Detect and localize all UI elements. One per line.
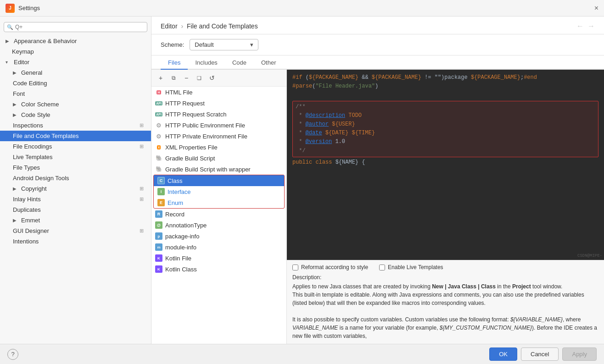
file-toolbar: + ⧉ − ❏ ↺ [151,70,286,87]
list-item[interactable]: H HTML File [151,87,286,98]
sidebar-item-code-style[interactable]: ▶ Code Style [0,110,151,120]
list-item[interactable]: R Record [151,209,286,220]
kotlin-icon: K [155,254,162,262]
chevron-right-icon: ▶ [13,112,19,117]
sidebar-item-gui-designer[interactable]: GUI Designer ⊞ [0,226,151,236]
tabs-bar: Files Includes Code Other [151,55,604,70]
remove-template-button[interactable]: − [181,72,192,83]
file-item-label: HTTP Request Scratch [165,111,226,118]
list-item[interactable]: C Class [154,175,284,186]
apply-button[interactable]: Apply [562,347,597,361]
sidebar-item-live-templates[interactable]: Live Templates [0,152,151,162]
list-item[interactable]: @ AnnotationType [151,220,286,231]
list-item[interactable]: K Kotlin File [151,253,286,264]
code-line: public class ${NAME} { [292,158,598,167]
sidebar-item-label: Emmet [21,217,40,224]
sidebar-search[interactable]: 🔍 [4,22,147,32]
help-button[interactable]: ? [7,349,18,360]
tab-includes[interactable]: Includes [188,55,224,70]
sidebar-item-label: Code Style [21,111,50,118]
search-input[interactable] [15,24,144,30]
code-bottom: Reformat according to style Enable Live … [287,260,604,344]
tab-code[interactable]: Code [225,55,254,70]
right-panel: Editor › File and Code Templates ← → Sch… [151,17,604,344]
file-item-label: AnnotationType [165,222,207,229]
sidebar-item-label: Code Editing [13,80,47,87]
reset-template-button[interactable]: ↺ [207,72,218,83]
panel-body: + ⧉ − ❏ ↺ H HTML File API HTTP Request [151,70,604,344]
code-line: * @description TODO [296,111,595,120]
copy-template-button[interactable]: ⧉ [168,72,179,83]
sidebar-item-duplicates[interactable]: Duplicates [0,204,151,215]
sidebar-item-color-scheme[interactable]: ▶ Color Scheme [0,99,151,110]
list-item[interactable]: 🐘 Gradle Build Script [151,153,286,164]
sidebar-item-code-editing[interactable]: Code Editing [0,78,151,88]
sidebar-item-copyright[interactable]: ▶ Copyright ⊞ [0,183,151,194]
sidebar-item-label: File Types [13,164,40,171]
list-item[interactable]: API HTTP Request [151,98,286,109]
list-item[interactable]: m module-info [151,242,286,253]
kotlin-class-icon: K [155,265,162,273]
code-editor[interactable]: #if (${PACKAGE_NAME} && ${PACKAGE_NAME} … [287,70,604,260]
code-line: #parse("File Header.java") [292,82,598,91]
tab-other[interactable]: Other [254,55,284,70]
sidebar-item-font[interactable]: Font [0,88,151,99]
enum-icon: E [157,199,165,206]
enable-live-templates-checkbox[interactable] [379,265,385,270]
duplicate-template-button[interactable]: ❏ [194,72,205,83]
file-item-label: HTTP Private Environment File [165,133,247,140]
code-line: * @date ${DATE} ${TIME} [296,129,595,138]
sidebar-item-file-encodings[interactable]: File Encodings ⊞ [0,141,151,152]
sidebar-item-label: Copyright [21,185,47,192]
sidebar-item-keymap[interactable]: Keymap [0,46,151,57]
sidebar-item-appearance[interactable]: ▶ Appearance & Behavior [0,36,151,46]
list-item[interactable]: ⚙ HTTP Public Environment File [151,120,286,131]
sidebar-item-label: GUI Designer [13,227,49,234]
chevron-right-icon: ▶ [6,39,12,44]
badge-icon: ⊞ [140,143,144,149]
chevron-right-icon: ▶ [13,186,19,191]
cancel-button[interactable]: Cancel [521,347,559,361]
nav-forward-button[interactable]: → [587,22,595,30]
sidebar-item-android-design-tools[interactable]: Android Design Tools [0,173,151,183]
env-icon: ⚙ [155,121,162,129]
list-item[interactable]: 🐘 Gradle Build Script with wrapper [151,164,286,175]
file-item-label: Gradle Build Script with wrapper [165,166,251,173]
sidebar-item-intentions[interactable]: Intentions [0,236,151,247]
sidebar-item-editor[interactable]: ▾ Editor [0,57,151,67]
module-icon: m [155,243,162,251]
sidebar-item-inlay-hints[interactable]: Inlay Hints ⊞ [0,194,151,204]
add-template-button[interactable]: + [155,72,166,83]
panel-header: Editor › File and Code Templates ← → [151,17,604,34]
tab-files[interactable]: Files [161,55,188,70]
scheme-dropdown[interactable]: Default ▾ [190,39,258,50]
sidebar-item-label: Android Design Tools [13,175,69,182]
sidebar-item-label: Color Scheme [21,101,59,108]
reformat-checkbox[interactable] [292,265,298,270]
list-item[interactable]: X XML Properties File [151,142,286,153]
list-item[interactable]: API HTTP Request Scratch [151,109,286,120]
code-panel: #if (${PACKAGE_NAME} && ${PACKAGE_NAME} … [287,70,604,344]
sidebar-item-file-types[interactable]: File Types [0,162,151,173]
nav-back-button[interactable]: ← [576,22,584,30]
close-button[interactable]: × [594,4,598,12]
list-item[interactable]: I Interface [154,186,284,197]
code-line [292,91,598,99]
reformat-checkbox-label[interactable]: Reformat according to style [292,264,368,270]
ok-button[interactable]: OK [489,347,517,361]
sidebar-item-inspections[interactable]: Inspections ⊞ [0,120,151,131]
list-item[interactable]: K Kotlin Class [151,264,286,275]
code-line: * @author ${USER} [296,120,595,129]
list-item[interactable]: p package-info [151,231,286,242]
list-item[interactable]: ⚙ HTTP Private Environment File [151,131,286,142]
sidebar-item-general[interactable]: ▶ General [0,67,151,78]
main-content: 🔍 ▶ Appearance & Behavior Keymap ▾ Edito… [0,17,604,344]
badge-icon: ⊞ [140,186,144,192]
sidebar-item-emmet[interactable]: ▶ Emmet [0,215,151,226]
xml-icon: X [155,143,162,151]
list-item[interactable]: E Enum [154,197,284,208]
file-item-label: module-info [165,244,196,251]
enable-live-templates-checkbox-label[interactable]: Enable Live Templates [379,264,443,270]
sidebar-item-file-and-code-templates[interactable]: File and Code Templates [0,131,151,141]
file-item-label: package-info [165,233,199,240]
